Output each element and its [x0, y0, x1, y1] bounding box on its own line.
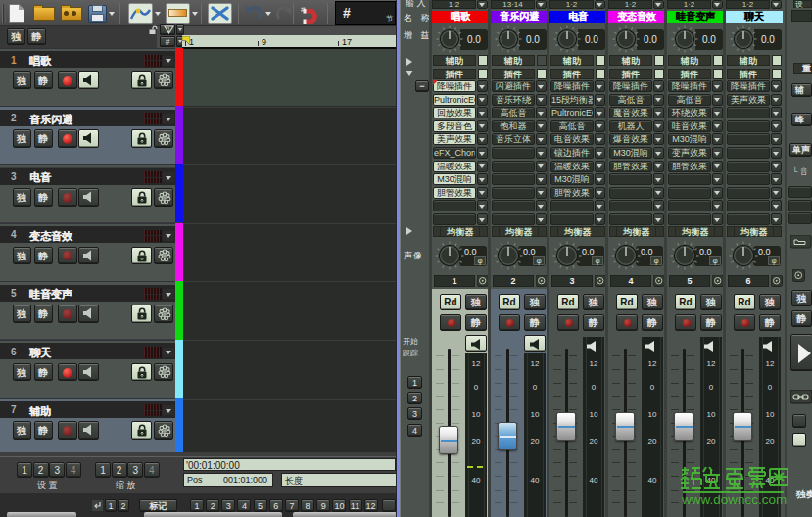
svg-text:1: 1: [167, 26, 170, 33]
svg-text:#: #: [301, 5, 306, 14]
